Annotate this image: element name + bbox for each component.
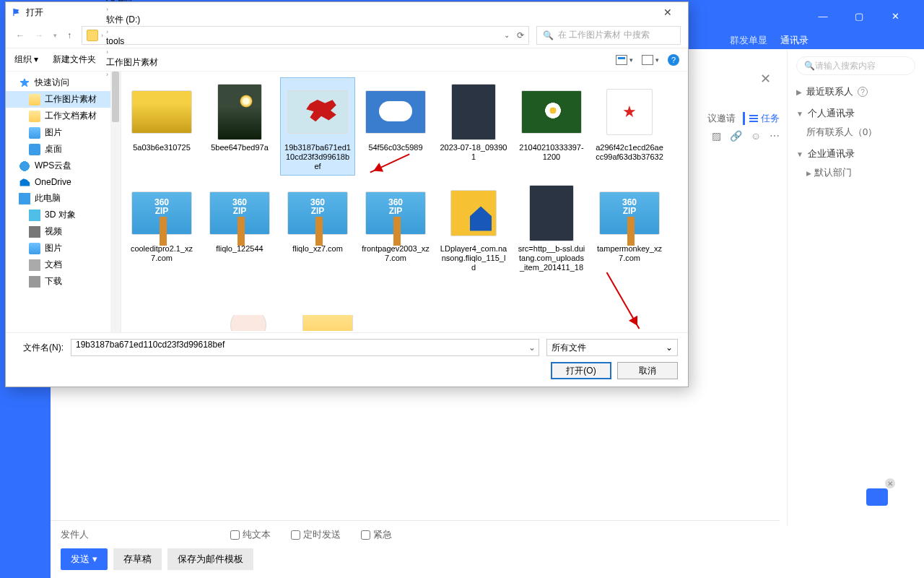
draft-button[interactable]: 存草稿 (113, 548, 162, 570)
nav-back-button[interactable]: ← (13, 29, 27, 42)
file-item[interactable]: LDplayer4_com.nansong.fliqlo_115_ld (436, 178, 511, 277)
new-folder-button[interactable]: 新建文件夹 (53, 53, 96, 66)
tree-item[interactable]: 图片 (6, 124, 121, 141)
dialog-search-input[interactable]: 🔍 在 工作图片素材 中搜索 (536, 26, 681, 45)
corp-section[interactable]: ▼企业通讯录 (796, 147, 915, 160)
tree-item[interactable]: 3D 对象 (6, 207, 121, 223)
file-item[interactable]: a296f42c1ecd26aecc99af63d3b37632 (592, 77, 667, 176)
filename-label: 文件名(N): (16, 342, 64, 354)
tree-item[interactable]: 此电脑 (6, 190, 121, 207)
all-contacts-item[interactable]: 所有联系人（0） (796, 126, 915, 139)
help-button[interactable]: ? (668, 54, 679, 66)
tree-item[interactable]: OneDrive (6, 174, 121, 190)
tab-groupsend[interactable]: 群发单显 (730, 34, 767, 47)
file-item[interactable]: fliqlo_xz7.com (280, 178, 355, 277)
tree-item[interactable]: WPS云盘 (6, 158, 121, 174)
file-name: tampermonkey_xz7.com (596, 244, 663, 263)
tree-item-label: 视频 (45, 225, 62, 238)
file-item[interactable]: frontpagev2003_xz7.com (358, 178, 433, 277)
file-item[interactable]: 5a03b6e310725 (124, 77, 199, 176)
tree-item-icon (29, 144, 40, 155)
tree-item[interactable]: 视频 (6, 223, 121, 240)
file-item[interactable] (299, 315, 357, 331)
tree-scrollbar[interactable] (110, 72, 121, 332)
chat-close-icon[interactable]: ✕ (885, 478, 895, 488)
personal-section[interactable]: ▼个人通讯录 (796, 107, 915, 120)
maximize-button[interactable]: ▢ (845, 5, 873, 27)
tab-contacts[interactable]: 通讯录 (780, 34, 808, 47)
dialog-close-button[interactable]: ✕ (653, 7, 682, 18)
emoji-icon[interactable]: ☺ (751, 130, 761, 142)
breadcrumb[interactable]: › 此电脑›软件 (D:)›tools›工作图片素材› ⌄⟳ (82, 26, 529, 45)
tree-item[interactable]: 快速访问 (6, 74, 121, 91)
file-item[interactable]: src=http__b-ssl.duitang.com_uploads_item… (514, 178, 589, 277)
organize-button[interactable]: 组织 ▾ (14, 53, 38, 66)
file-item[interactable]: 19b3187ba671ed110cd23f3d99618bef (280, 77, 355, 176)
tree-item[interactable]: 下载 (6, 273, 121, 290)
help-icon[interactable]: ? (858, 87, 868, 97)
view-button[interactable]: ▾ (616, 55, 633, 65)
more-icon[interactable]: ⋯ (770, 130, 780, 142)
tree-item-icon (19, 160, 30, 172)
nav-up-button[interactable]: ↑ (64, 29, 74, 42)
tree-item-label: 图片 (45, 242, 62, 254)
task-tab[interactable]: 任务 (743, 112, 780, 125)
link-icon[interactable]: 🔗 (730, 130, 742, 142)
panel-search-input[interactable]: 🔍 请输入搜索内容 (796, 56, 915, 75)
image-icon[interactable]: ▨ (712, 130, 721, 142)
file-thumbnail (519, 182, 584, 244)
path-dropdown-icon[interactable]: ⌄ (504, 31, 510, 39)
file-item[interactable]: 2023-07-18_093901 (436, 77, 511, 176)
chevron-down-icon: ▼ (796, 110, 803, 118)
dropdown-icon[interactable]: ⌄ (528, 342, 536, 353)
breadcrumb-segment[interactable]: 此电脑 (106, 0, 158, 4)
default-dept-label: 默认部门 (814, 167, 852, 178)
nav-fwd-button[interactable]: → (32, 29, 46, 42)
recent-section[interactable]: ▶最近联系人 ? (796, 85, 915, 98)
tree-item-icon (29, 127, 40, 139)
file-item[interactable]: fliqlo_122544 (202, 178, 277, 277)
default-dept-item[interactable]: ▶默认部门 (796, 166, 915, 179)
close-button[interactable]: ✕ (881, 5, 910, 27)
invite-label[interactable]: 议邀请 (707, 112, 736, 125)
file-thumbnail (363, 81, 428, 143)
tree-item[interactable]: 文档 (6, 256, 121, 273)
filename-input[interactable]: 19b3187ba671ed110cd23f3d99618bef⌄ (71, 339, 539, 356)
panel-close-icon[interactable]: ✕ (760, 71, 771, 87)
file-item[interactable]: cooleditpro2.1_xz7.com (124, 178, 199, 277)
template-button[interactable]: 保存为邮件模板 (167, 548, 253, 570)
file-name: 54f56c03c5989 (368, 143, 422, 152)
file-thumbnail (519, 81, 584, 143)
breadcrumb-segment[interactable]: 软件 (D:) (106, 14, 158, 26)
open-button[interactable]: 打开(O) (551, 362, 611, 379)
breadcrumb-segment[interactable]: tools (106, 36, 158, 46)
tree-item[interactable]: 图片 (6, 240, 121, 256)
file-name: 5a03b6e310725 (133, 143, 191, 152)
filetype-select[interactable]: 所有文件⌄ (546, 339, 678, 356)
nav-recent-button[interactable]: ▾ (51, 30, 60, 40)
cancel-button[interactable]: 取消 (617, 362, 678, 379)
file-name: frontpagev2003_xz7.com (362, 244, 430, 263)
minimize-button[interactable]: — (808, 5, 837, 27)
tree-item[interactable]: 桌面 (6, 141, 121, 158)
timed-checkbox[interactable]: 定时发送 (291, 528, 341, 541)
tree-item[interactable]: 工作图片素材 (6, 91, 121, 108)
breadcrumb-segment[interactable]: 工作图片素材 (106, 56, 158, 69)
chat-bubble-icon[interactable] (866, 488, 888, 506)
preview-button[interactable]: ▾ (642, 55, 659, 65)
file-item[interactable]: tampermonkey_xz7.com (592, 178, 667, 277)
task-icon (749, 115, 758, 122)
tree-item[interactable]: 工作文档素材 (6, 108, 121, 124)
file-item[interactable]: 21040210333397-1200 (514, 77, 589, 176)
file-item[interactable] (219, 315, 277, 331)
send-button[interactable]: 发送 ▾ (61, 548, 108, 570)
file-thumbnail (207, 182, 272, 244)
urgent-checkbox[interactable]: 紧急 (361, 528, 392, 541)
file-thumbnail (441, 182, 506, 244)
file-item[interactable]: 5bee647bed97a (202, 77, 277, 176)
view-icon (616, 55, 627, 65)
scrollbar-thumb[interactable] (112, 72, 119, 122)
plaintext-checkbox[interactable]: 纯文本 (230, 528, 271, 541)
tree-item-label: 工作文档素材 (45, 110, 97, 122)
refresh-icon[interactable]: ⟳ (517, 30, 524, 40)
